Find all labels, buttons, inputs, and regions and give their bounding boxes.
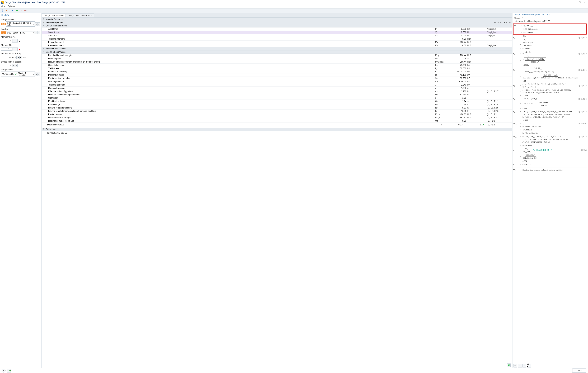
design-check-combo[interactable]: FF4100 0.774 ✔ Chapter F | Lateral-to...… [1, 72, 35, 77]
minimize-icon[interactable]: — [573, 1, 575, 4]
mem-next-button[interactable]: ▸ [15, 48, 18, 51]
tool-diagram-icon[interactable] [19, 9, 23, 12]
section-design-check-values[interactable]: ⊟ Design Check Values [42, 51, 512, 54]
table-row[interactable]: Moment of inertiaIz40.100in4 [42, 73, 512, 77]
co-prev-button[interactable]: ◂ [35, 31, 38, 34]
member-loc-value: 17.50 [9, 56, 14, 58]
table-row[interactable]: Resistance factor for flexureΦb0.90--[1]… [42, 119, 512, 123]
ds-prev-button[interactable]: ◂ [35, 22, 38, 26]
maximize-icon[interactable]: ☐ [578, 1, 581, 4]
member-no-combo[interactable]: 1 ▾ [1, 48, 12, 51]
table-row[interactable]: Plastic momentMp,y420.83kipft[1], Eq. F2… [42, 113, 512, 116]
table-row[interactable]: Coefficientc1.00-- [42, 96, 512, 100]
table-row[interactable]: Critical elastic stressFcr73.982ksi [42, 63, 512, 67]
right-sub-2: Lateral-torsional buckling acc. to F2, F… [513, 20, 588, 23]
menu-options[interactable]: Options [8, 5, 15, 8]
table-row[interactable]: Shear forceVy0.000kipNegligible [42, 31, 512, 34]
pick-member-icon[interactable] [18, 47, 22, 51]
table-row[interactable]: Flexural momentMz0.00kipftNegligible [42, 44, 512, 47]
table-row[interactable]: Shear forceVz0.000kipNegligible [42, 34, 512, 37]
section-label: Section Properties [46, 21, 491, 24]
left-header: To Show [1, 13, 40, 17]
section-section-properties[interactable]: ⊞ Section Properties W 18x50 | AISC 16 [42, 21, 512, 24]
ds-next-button[interactable]: ▸ [38, 22, 40, 26]
svg-rect-4 [21, 10, 21, 11]
table-row[interactable]: Warping constantCw3040.00in6 [42, 80, 512, 83]
label-loading: Loading [1, 28, 40, 31]
toolbar: i [0, 8, 588, 13]
close-button[interactable]: Close [572, 369, 586, 373]
set-prev-button[interactable]: ◂ [12, 39, 15, 42]
table-row[interactable]: Braced lengthLb11.76ft[1], Eq. F2-4 [42, 103, 512, 106]
table-row[interactable]: Torsional constantJ1.240in4 [42, 83, 512, 87]
loc-prev-button[interactable]: ◂ [17, 56, 20, 59]
close-icon[interactable]: ✕ [584, 1, 586, 4]
loc-next-button[interactable]: ▸ [19, 56, 22, 59]
section-design-internal-forces[interactable]: ⊟ Design Internal Forces [42, 24, 512, 28]
co-combo-text: CO6 - 1.20D + 1.60L [7, 32, 25, 34]
footer: ℹ 0.00 Close [0, 368, 588, 373]
co-combo[interactable]: CO6 - 1.20D + 1.60L ▾ [6, 31, 35, 34]
menu-view[interactable]: View [1, 5, 6, 8]
sp-next-button[interactable]: ▸ [15, 64, 18, 67]
dc-code: FF4100 [2, 73, 9, 75]
member-set-combo[interactable]: -- ▾ [1, 39, 12, 42]
set-next-button[interactable]: ▸ [15, 39, 18, 42]
tool-section-icon[interactable] [11, 9, 14, 12]
tool-beam-icon[interactable] [5, 9, 8, 12]
table-row[interactable]: Required flexural strength (maximum on m… [42, 60, 512, 63]
section-section-classification[interactable]: ⊞ Section Classification [42, 47, 512, 51]
table-row[interactable]: Nominal flexural strengthMn,y382.32kipft… [42, 116, 512, 119]
member-loc-combo[interactable]: 17.50 ▾ [1, 56, 17, 59]
table-row[interactable]: Elastic section modulusSy88.900in3 [42, 77, 512, 80]
sigma-icon[interactable]: σε [514, 364, 517, 367]
ds-combo[interactable]: DS2 - Section 2.3 (LRFD), 1. to 5. ▾ [6, 21, 35, 27]
table-row[interactable]: Load amplifierαcr2.06-- [42, 57, 512, 60]
units-icon[interactable]: 0.00 [7, 369, 11, 373]
table-row[interactable]: Modification factorCb1.14--[1], Eq. F1-1 [42, 100, 512, 103]
table-row[interactable]: Effective radius of gyrationrts1.982in[1… [42, 90, 512, 93]
table-row[interactable]: Limiting length for yieldingLp5.83ft[1],… [42, 106, 512, 110]
tab-bar: Design Check Details Design Checks in Lo… [42, 13, 512, 17]
svg-rect-3 [20, 11, 21, 11]
table-row[interactable]: Distance between flange centroidsh017.43… [42, 93, 512, 96]
table-row[interactable]: Axial forceP0.000kipNegligible [42, 28, 512, 31]
svg-rect-9 [508, 365, 509, 366]
print-icon[interactable]: 🖶 ▾ [527, 364, 531, 367]
table-row[interactable]: Radius of gyrationrz1.650in [42, 87, 512, 90]
label-design-check: Design check [1, 68, 40, 71]
stress-point-combo[interactable]: -- ▾ [1, 64, 12, 67]
co-next-button[interactable]: ▸ [38, 31, 40, 34]
label-design-situation: Design Situation [1, 18, 40, 21]
mid-results-icon[interactable] [507, 363, 511, 367]
dc-next-button[interactable]: ▸ [38, 73, 40, 76]
table-row[interactable]: Required flexural strengthMr,y266.44kipf… [42, 54, 512, 57]
mem-prev-button[interactable]: ◂ [12, 48, 15, 51]
ratio-ref: [1], F2.2 [487, 124, 511, 126]
tool-results-icon[interactable]: i [15, 9, 19, 12]
tab-design-check-details[interactable]: Design Check Details [42, 13, 66, 17]
section-references[interactable]: ⊟ References [42, 128, 512, 131]
section-material-properties[interactable]: ⊞ Material Properties [42, 18, 512, 21]
toggle1-icon[interactable]: ↕ [518, 364, 522, 367]
table-row[interactable]: Modulus of elasticityE29000.000ksi [42, 70, 512, 73]
sp-prev-button[interactable]: ◂ [12, 64, 15, 67]
table-row[interactable]: Flexural momentMy266.44kipft [42, 41, 512, 44]
toggle2-icon[interactable] [523, 364, 526, 367]
pick-member-set-icon[interactable] [18, 39, 22, 43]
title-bar: Design Check Details | Members | Steel D… [0, 0, 588, 5]
ratio-label: Design check ratio [47, 124, 441, 126]
section-badge: W 18x50 | AISC 16 [491, 21, 511, 24]
tab-design-checks-in-location[interactable]: Design Checks in Location [66, 13, 94, 17]
svg-text:i: i [17, 10, 17, 11]
design-check-ratio-row: Design check ratio η 0.774 -- ≤ 1 ✔ [1],… [42, 123, 512, 127]
table-row[interactable]: Limiting length for inelastic lateral-to… [42, 110, 512, 113]
tool-stress-icon[interactable] [23, 9, 27, 12]
left-panel: To Show Design Situation 2.3 DS2 - Secti… [0, 13, 42, 368]
table-row[interactable]: Torsional momentT0.00kipft [42, 37, 512, 41]
loc-extra-button[interactable]: x/x₀ [22, 55, 26, 59]
info-icon[interactable]: ℹ [2, 369, 6, 373]
table-row[interactable]: Yield stressFy50.000ksi [42, 67, 512, 70]
dc-prev-button[interactable]: ◂ [35, 73, 38, 76]
tool-filter-icon[interactable] [1, 9, 4, 12]
